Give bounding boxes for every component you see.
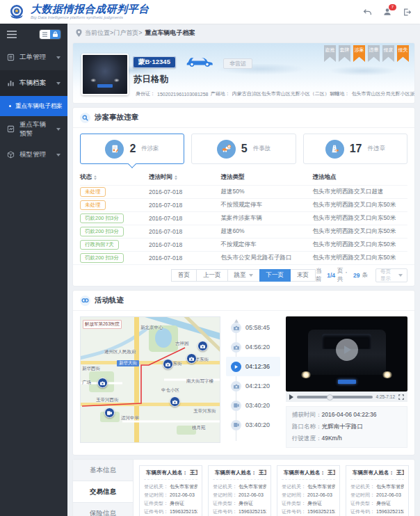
tab-insurance-info[interactable]: 保险信息	[73, 503, 133, 516]
page-size-select[interactable]: 每页显示	[375, 268, 407, 282]
video-marker[interactable]	[104, 408, 115, 418]
table-row[interactable]: 行政拘留7天 2016-07-018 不按规定停车 包头市光明西路交叉口向东50…	[80, 238, 407, 251]
seek-knob[interactable]	[327, 394, 333, 401]
next-page-button[interactable]: 下一页	[259, 269, 291, 282]
video-controls: 4:25-7:12	[286, 392, 407, 402]
sidebar-item-vehicle-archive[interactable]: 车辆档案	[0, 70, 67, 96]
stat-cards: 2 件涉案 5 件事故 17 件违章	[73, 128, 414, 170]
owner-name: 苏日格勒	[134, 74, 168, 86]
jump-page-select[interactable]: 跳至	[227, 269, 260, 282]
col-time[interactable]: 违法时间	[149, 173, 172, 182]
sidebar-item-label: 工单管理	[19, 53, 46, 62]
fullscreen-icon[interactable]	[398, 394, 404, 400]
play-button[interactable]	[289, 394, 293, 400]
tab-basic-info[interactable]: 基本信息	[73, 460, 133, 481]
origin-label: 产籍地：	[211, 90, 230, 97]
stat-card-cases[interactable]: 2 件涉案	[80, 134, 184, 164]
camera-marker[interactable]	[197, 341, 208, 351]
model-cube-icon	[7, 151, 15, 159]
location-pin-icon	[76, 29, 82, 37]
stat-card-accidents[interactable]: 5 件事故	[191, 134, 296, 164]
stat-card-violations[interactable]: 17 件违章	[303, 134, 407, 164]
timeline-item-active[interactable]: 04:12:36	[226, 357, 280, 376]
timeline-item[interactable]: 04:21:20	[226, 376, 280, 396]
sidebar-item-label: 重点车辆预警	[19, 120, 51, 138]
owner-card[interactable]: 车辆所有人姓名：王五 登记机关：包头市车管所 登记时间：2012-06-03 证…	[139, 465, 202, 516]
camera-marker[interactable]	[186, 353, 197, 364]
vehicle-photo[interactable]	[81, 54, 129, 95]
timeline-item[interactable]: 05:58:45	[226, 318, 280, 337]
col-status[interactable]: 状态	[80, 173, 92, 182]
first-page-button[interactable]: 首页	[171, 269, 197, 282]
chevron-down-icon	[398, 274, 403, 277]
cases-panel: 涉案事故违章 2 件涉案 5 件事故	[73, 108, 414, 286]
map-label: 广场	[82, 380, 91, 386]
ribbon-tag: 报废	[382, 45, 394, 62]
table-row[interactable]: 罚款200 扣3分 2016-07-018 某案件涉案车辆 包头市光明西路交叉口…	[80, 211, 407, 225]
sort-icon[interactable]	[94, 175, 97, 180]
sidebar: 工单管理 车辆档案 重点车辆电子档案 重点车辆预警 模型管理	[0, 24, 67, 516]
trajectory-section-title: 活动轨迹	[95, 296, 124, 305]
camera-marker[interactable]	[97, 378, 108, 388]
camera-marker[interactable]	[163, 359, 173, 369]
lock-view-toggle-icon[interactable]	[50, 30, 60, 39]
breadcrumb-prefix[interactable]: 当前位置>门户首页>	[85, 29, 143, 38]
ribbon-tag: 套牌	[339, 45, 350, 62]
id-number-group: 身份证：1502021961103081258	[134, 90, 200, 97]
camera-marker[interactable]	[170, 396, 180, 407]
chevron-down-icon	[249, 274, 253, 277]
origin-group: 产籍地：内蒙古自治区包头市青山区光辉小区（二区）1-89	[209, 90, 319, 97]
sidebar-item-model-management[interactable]: 模型管理	[0, 142, 67, 168]
table-row[interactable]: 未处理 2016-07-018 超速50% 包头市光明西路交叉口超速	[80, 185, 407, 198]
map-label: 解放军第263医院	[83, 320, 122, 329]
tab-transaction-info[interactable]: 交易信息	[73, 481, 133, 503]
table-row[interactable]: 罚款200 扣3分 2016-07-018 包头市公安局北路石子路口 包头市光明…	[80, 251, 407, 264]
violations-count: 17	[350, 143, 362, 155]
map[interactable]: 解放军第263医院 新北京中心 吉祥园 通州区人民政府 新华西街 华东街 新华东…	[80, 316, 220, 443]
notification-user-icon[interactable]: 7	[382, 7, 392, 17]
timeline-item[interactable]: 03:40:20	[226, 415, 280, 435]
table-row[interactable]: 未处理 2016-07-018 不按照规定停车 包头市光明西路交叉口向东50米	[80, 198, 407, 211]
timeline-item[interactable]: 04:56:20	[226, 337, 280, 357]
sidebar-item-vehicle-warning[interactable]: 重点车辆预警	[0, 116, 67, 142]
map-label: 南大街写字楼	[186, 378, 213, 385]
list-view-toggle-icon[interactable]	[40, 30, 50, 39]
table-row[interactable]: 罚款200 扣3分 2016-07-018 超速60% 包头市光明西路交叉口向东…	[80, 225, 407, 238]
undo-icon[interactable]	[363, 8, 372, 17]
headlight-glow	[382, 371, 393, 378]
camera-icon	[231, 323, 241, 333]
sidebar-item-work-orders[interactable]: 工单管理	[0, 45, 67, 70]
breadcrumb-current: 重点车辆电子档案	[145, 29, 195, 38]
video-time: 4:25-7:12	[376, 394, 395, 399]
video-icon	[231, 401, 241, 411]
map-road-label: 新华大街	[117, 360, 139, 366]
vehicle-tag-ribbons: 盗抢 套牌 涉案 违章 报废 报失	[324, 45, 409, 62]
surveillance-video[interactable]	[286, 316, 407, 392]
violations-unit: 件违章	[367, 145, 385, 153]
crossing-name-label: 路口名称：	[292, 423, 322, 430]
timeline-item[interactable]: 03:40:20	[226, 396, 280, 415]
pagination-info: 当前 1/4 页，共 29 条 每页显示	[316, 267, 407, 284]
captured-time-value: 2016-04-06 04:22:36	[322, 411, 377, 418]
hamburger-menu-icon[interactable]	[7, 31, 17, 38]
logout-icon[interactable]	[403, 8, 412, 17]
headlight-glow	[300, 371, 312, 378]
map-label: 吉祥园	[175, 341, 189, 347]
work-order-icon	[7, 54, 15, 61]
capture-details: 捕获时间：2016-04-06 04:22:36 路口名称：光辉南十字路口 行驶…	[286, 406, 407, 448]
sidebar-subitem-key-vehicle-archive[interactable]: 重点车辆电子档案	[0, 96, 67, 116]
owner-card[interactable]: 车辆所有人姓名：王五 登记机关：包头市车管所 登记时间：2012-06-03 证…	[277, 465, 340, 516]
owner-card[interactable]: 车辆所有人姓名：王五 登记机关：包头市车管所 登记时间：2012-06-03 证…	[208, 465, 271, 516]
seek-bar[interactable]	[297, 396, 373, 398]
breadcrumb: 当前位置>门户首页> 重点车辆电子档案	[67, 24, 420, 42]
sort-icon[interactable]	[175, 175, 177, 180]
map-label: 玉带河西街	[96, 397, 119, 403]
play-overlay-button[interactable]	[336, 339, 358, 361]
prev-page-button[interactable]: 上一页	[196, 269, 228, 282]
ribbon-tag-active: 报失	[397, 45, 409, 62]
jurisdiction-label: 管辖地：	[330, 90, 350, 97]
view-mode-toggle[interactable]	[40, 30, 60, 39]
bullet-icon	[9, 105, 11, 107]
owner-card[interactable]: 车辆所有人姓名：王五 登记机关：包头市车管所 登记时间：2012-06-03 证…	[346, 465, 409, 516]
last-page-button[interactable]: 末页	[290, 269, 316, 282]
